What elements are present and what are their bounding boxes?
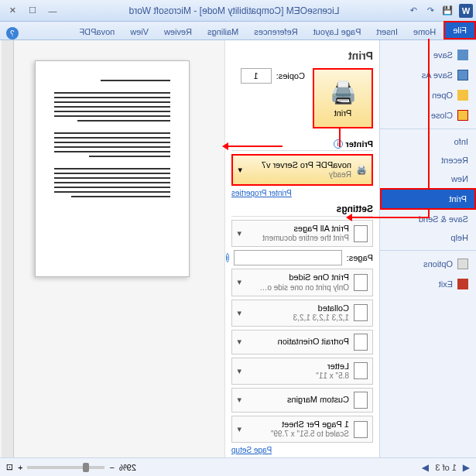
sidebar-options[interactable]: Options — [380, 250, 476, 274]
print-title: Print — [231, 50, 373, 62]
sidebar-print[interactable]: Print — [380, 188, 476, 210]
save-icon[interactable]: 💾 — [440, 4, 454, 18]
vertical-scrollbar[interactable] — [2, 40, 14, 458]
opt-pages-per-sheet[interactable]: 1 Page Per SheetScaled to 5.51" x 7.99"▾ — [231, 416, 373, 443]
backstage-sidebar: Save Save As Open Close Info Recent New … — [379, 40, 476, 458]
undo-icon[interactable]: ↶ — [423, 4, 437, 18]
save-as-icon — [457, 70, 468, 80]
window-title: LicenseOEM [Compatibility Mode] - Micros… — [62, 5, 406, 16]
opt-sides[interactable]: Print One SidedOnly print on one side o…… — [231, 269, 373, 296]
opt-margins[interactable]: Custom Margins▾ — [231, 388, 373, 413]
copies-input[interactable] — [241, 68, 272, 84]
next-page-icon[interactable]: ▶ — [422, 462, 429, 473]
status-bar: ◀ 1 of 3 ▶ 29% − + ⊡ — [0, 457, 476, 476]
printer-icon: 🖨️ — [356, 165, 367, 175]
sidebar-help[interactable]: Help — [380, 228, 476, 247]
chevron-down-icon: ▾ — [237, 277, 241, 287]
close-icon — [457, 110, 468, 121]
info-icon[interactable]: i — [334, 139, 343, 149]
chevron-down-icon: ▾ — [237, 308, 241, 318]
title-bar: W 💾 ↶ ↷ LicenseOEM [Compatibility Mode] … — [0, 0, 476, 22]
print-preview-pane — [0, 40, 224, 458]
fit-page-icon[interactable]: ⊡ — [6, 462, 13, 472]
sidebar-new[interactable]: New — [380, 170, 476, 188]
chevron-down-icon: ▾ — [237, 228, 241, 238]
tab-view[interactable]: View — [122, 24, 156, 39]
sidebar-open[interactable]: Open — [380, 85, 476, 105]
sidebar-save[interactable]: Save — [380, 45, 476, 65]
page-setup-link[interactable]: Page Setup — [231, 446, 373, 454]
settings-section-header: Settings — [231, 204, 373, 217]
info-icon[interactable]: i — [226, 253, 229, 262]
pages-label: Pages: — [347, 253, 373, 262]
pages-input[interactable] — [234, 250, 342, 265]
chevron-down-icon: ▾ — [238, 165, 242, 175]
sidebar-recent[interactable]: Recent — [380, 151, 476, 170]
zoom-out-icon[interactable]: − — [109, 463, 114, 472]
sidebar-save-as[interactable]: Save As — [380, 65, 476, 85]
zoom-in-icon[interactable]: + — [18, 463, 22, 472]
close-window-icon[interactable]: ✕ — [3, 4, 22, 18]
copies-label: Copies: — [276, 71, 305, 80]
orientation-icon — [354, 334, 368, 351]
print-settings-panel: Print 🖨️ Print Copies: Printeri 🖨️ novaP… — [224, 40, 379, 458]
margins-icon — [354, 392, 368, 409]
chevron-down-icon: ▾ — [237, 337, 241, 347]
opt-paper-size[interactable]: Letter8.5" x 11"▾ — [231, 358, 373, 385]
printer-section-header: Printeri — [231, 139, 373, 151]
tab-page-layout[interactable]: Page Layout — [306, 24, 369, 39]
sidebar-info[interactable]: Info — [380, 128, 476, 151]
exit-icon — [457, 279, 468, 289]
printer-properties-link[interactable]: Printer Properties — [231, 189, 373, 197]
tab-references[interactable]: References — [246, 24, 305, 39]
word-app-icon: W — [459, 4, 473, 18]
minimize-icon[interactable]: — — [43, 4, 62, 18]
open-icon — [457, 90, 468, 101]
printer-icon: 🖨️ — [330, 80, 357, 105]
sidebar-save-send[interactable]: Save & Send — [380, 210, 476, 228]
page-preview — [35, 60, 190, 277]
options-icon — [457, 259, 468, 269]
print-button[interactable]: 🖨️ Print — [313, 68, 373, 128]
opt-print-range[interactable]: Print All PagesPrint the entire document… — [231, 220, 373, 247]
zoom-level[interactable]: 29% — [119, 463, 136, 472]
opt-orientation[interactable]: Portrait Orientation▾ — [231, 330, 373, 354]
quick-access-toolbar: 💾 ↶ ↷ — [406, 4, 454, 18]
printer-selector[interactable]: 🖨️ novaPDF Pro Server v7 Ready ▾ — [231, 154, 373, 186]
help-icon[interactable]: ? — [6, 27, 19, 39]
tab-mailings[interactable]: Mailings — [200, 24, 246, 39]
opt-collate[interactable]: Collated1,2,3 1,2,3 1,2,3▾ — [231, 300, 373, 327]
sheet-icon — [354, 421, 368, 438]
prev-page-icon[interactable]: ◀ — [463, 462, 470, 473]
maximize-icon[interactable]: ☐ — [23, 4, 42, 18]
save-icon — [457, 50, 468, 60]
sidebar-close[interactable]: Close — [380, 105, 476, 125]
document-icon — [354, 225, 368, 242]
chevron-down-icon: ▾ — [237, 366, 241, 376]
chevron-down-icon: ▾ — [237, 424, 241, 434]
ribbon-tabs: File Home Insert Page Layout References … — [0, 22, 476, 40]
sidebar-exit[interactable]: Exit — [380, 274, 476, 294]
tab-insert[interactable]: Insert — [368, 24, 406, 39]
tab-review[interactable]: Review — [156, 24, 200, 39]
tab-file[interactable]: File — [443, 21, 476, 39]
tab-home[interactable]: Home — [406, 24, 443, 39]
paper-icon — [354, 362, 368, 379]
zoom-slider[interactable] — [27, 466, 104, 469]
chevron-down-icon: ▾ — [237, 395, 241, 405]
tab-novapdf[interactable]: novaPDF — [71, 24, 122, 39]
redo-icon[interactable]: ↷ — [406, 4, 420, 18]
collate-icon — [354, 304, 368, 321]
page-icon — [354, 274, 368, 291]
